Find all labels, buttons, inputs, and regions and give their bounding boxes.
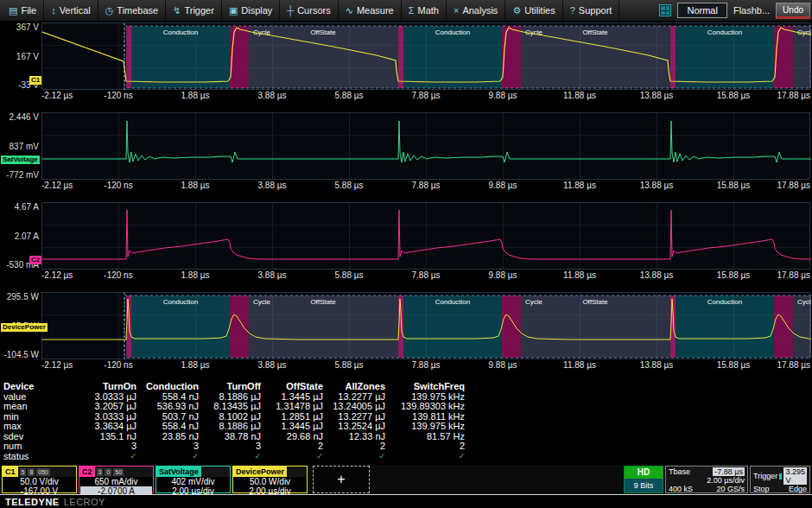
channel-badge: 0 [105, 468, 111, 476]
channel-scale: 50.0 V/div [3, 477, 76, 486]
channel-badge: 050 [36, 468, 50, 476]
menu-analysis[interactable]: ×Analysis [447, 0, 505, 21]
x-axis-label: 7.88 µs [411, 360, 440, 370]
measure-cell: 3.2057 µJ [78, 402, 140, 412]
zone-turnoff [774, 295, 793, 358]
measure-cell: ✓ [202, 452, 264, 462]
menu-display[interactable]: ▣Display [222, 0, 280, 21]
channel-tag-satvoltage[interactable]: SatVoltage [1, 156, 40, 164]
plot-satvoltage[interactable] [41, 112, 810, 180]
math-icon: Σ [409, 5, 415, 16]
menu-file-label: File [21, 5, 36, 16]
display-mode-dropdown[interactable]: Normal [677, 3, 726, 18]
menu-measure[interactable]: ∿Measure [339, 0, 402, 21]
x-axis-label: -120 ns [104, 360, 132, 370]
x-axis-label: 11.88 µs [563, 360, 596, 370]
x-axis-label: 5.88 µs [334, 181, 363, 190]
measure-cell[interactable]: TurnOff [202, 382, 264, 392]
timebase-delay[interactable]: -7.88 µs [713, 467, 745, 476]
x-axis-label: 13.88 µs [640, 360, 674, 370]
zone-label: OffState [310, 29, 336, 36]
menu-math-label: Math [418, 5, 439, 16]
timebase-box[interactable]: Tbase -7.88 µs 2.00 µs/div 400 kS 20 GS/… [665, 466, 748, 493]
menu-analysis-label: Analysis [462, 5, 498, 16]
measure-cell: 3.3634 µJ [78, 422, 140, 432]
channel-tag-devicepower[interactable]: DevicePower [1, 323, 48, 332]
x-axis-labels: -2.12 µs-120 ns1.88 µs3.88 µs5.88 µs7.88… [41, 180, 812, 192]
measure-row-label: status [3, 452, 78, 462]
measure-cell[interactable]: TurnOn [78, 382, 140, 392]
channel-descriptor-c2[interactable]: C2 3 0 50 650 mA/div -2.0700 A [79, 466, 154, 493]
timebase-scale: 2.00 µs/div [669, 476, 745, 485]
measure-cell: 3 [202, 441, 264, 452]
x-axis-label: -120 ns [104, 270, 132, 280]
timebase-samples: 400 kS [669, 485, 693, 493]
measure-cell[interactable]: AllZones [327, 382, 389, 392]
measure-cell: 13.24005 µJ [327, 402, 389, 412]
x-axis-label: 17.88 µs [777, 360, 810, 370]
measure-row: DeviceTurnOnConductionTurnOffOffStateAll… [3, 382, 812, 392]
trigger-icon: ↯ [173, 5, 181, 16]
x-axis-label: 7.88 µs [411, 181, 440, 190]
zone-turnon [670, 26, 676, 88]
trigger-type: Edge [789, 485, 807, 493]
channel-descriptor-c1[interactable]: C1 5 8 050 50.0 V/div -167.00 V [2, 466, 77, 493]
x-axis-labels: -2.12 µs-120 ns1.88 µs3.88 µs5.88 µs7.88… [41, 270, 812, 282]
plot-c1[interactable]: ConductionCycleOffStateConductionCycleOf… [41, 22, 810, 90]
plot-devicepower[interactable]: ConductionCycleOffStateConductionCycleOf… [41, 292, 810, 359]
channel-title: C2 [79, 467, 95, 477]
menu-file[interactable]: ▤File [2, 0, 44, 21]
add-trace-button[interactable]: + [313, 466, 370, 493]
undo-button[interactable]: Undo [776, 3, 810, 19]
zone-turnoff [502, 295, 521, 358]
menu-support[interactable]: ?Support [563, 0, 620, 21]
menu-utilities-label: Utilities [524, 5, 555, 16]
menu-vertical[interactable]: ↕Vertical [44, 0, 98, 21]
x-axis-label: 1.88 µs [181, 270, 209, 280]
trigger-box[interactable]: Trigger 3.295 V Stop Edge Neg [750, 466, 810, 493]
menu-utilities[interactable]: ⚙Utilities [505, 0, 562, 21]
measure-cell[interactable]: OffState [264, 382, 327, 392]
channel-descriptor-devicepower[interactable]: DevicePower 50.0 W/div 2.00 µs/div [232, 466, 308, 493]
zone-turnon [398, 26, 403, 88]
brand-lecroy: LECROY [64, 497, 105, 507]
channel-badge: 3 [97, 468, 104, 476]
menu-cursors[interactable]: ┼Cursors [280, 0, 338, 21]
measure-table: DeviceTurnOnConductionTurnOffOffStateAll… [3, 382, 812, 461]
channel-descriptor-satvoltage[interactable]: SatVoltage 402 mV/div 2.00 µs/div [155, 466, 231, 493]
trace-c2[interactable] [42, 210, 811, 259]
measure-cell: ✓ [140, 452, 202, 462]
trigger-level[interactable]: 3.295 V [783, 467, 807, 485]
trigger-label: Trigger [753, 472, 777, 480]
channel-scale: 50.0 W/div [233, 477, 307, 486]
zone-label: Conduction [163, 298, 198, 306]
x-axis-label: 17.88 µs [777, 270, 810, 280]
flashback-label[interactable]: Flashb... [733, 5, 770, 16]
x-axis-label: 15.88 µs [717, 181, 751, 190]
grid-layout-icon[interactable] [659, 4, 671, 16]
menu-cursors-label: Cursors [297, 5, 331, 16]
channel-tag-c2[interactable]: C2 [29, 256, 41, 264]
measure-cell: 2 [264, 441, 327, 452]
menu-math[interactable]: ΣMath [402, 0, 447, 21]
hd-mode-box[interactable]: HD 9 Bits [624, 466, 663, 493]
waveform-grid-satvoltage: 2.446 V 837 mV -772 mV -2.12 µs-120 ns1.… [0, 112, 812, 192]
x-axis-label: 11.88 µs [563, 91, 596, 100]
measure-cell: 2 [327, 441, 389, 452]
channel-tag-c1[interactable]: C1 [29, 76, 41, 85]
measure-icon: ∿ [346, 5, 353, 16]
menu-timebase[interactable]: ◷Timebase [98, 0, 167, 21]
zone-turnon [126, 26, 131, 88]
x-axis-label: -120 ns [104, 91, 132, 100]
measure-cell: 3 [78, 441, 140, 452]
x-axis-label: -2.12 µs [41, 91, 73, 100]
brand-footer: TELEDYNE LECROY [0, 494, 812, 508]
descriptor-bar: C1 5 8 050 50.0 V/div -167.00 V C2 3 0 5… [0, 465, 812, 494]
menu-trigger[interactable]: ↯Trigger [166, 0, 222, 21]
measure-cell: 139.975 kHz [389, 422, 468, 432]
trace-satvoltage[interactable] [42, 121, 811, 162]
measure-cell[interactable]: Conduction [140, 382, 202, 392]
measure-cell: ✓ [389, 452, 468, 462]
measure-cell[interactable]: SwitchFreq [389, 382, 468, 392]
plot-c2[interactable] [41, 202, 810, 270]
